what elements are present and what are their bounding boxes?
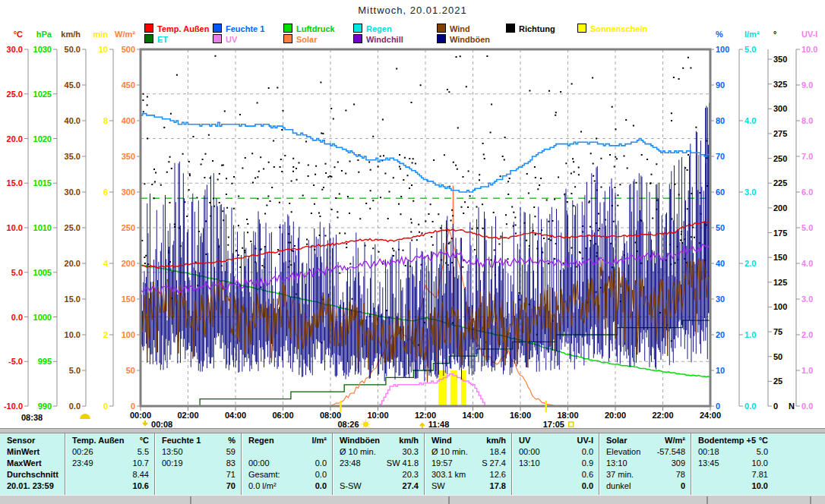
stat-value: 0.9 <box>582 458 593 469</box>
moonset-time-label: 08:38 <box>21 413 43 422</box>
svg-text:25.0: 25.0 <box>65 223 81 232</box>
svg-text:4.0: 4.0 <box>744 116 756 125</box>
svg-text:250: 250 <box>122 223 135 232</box>
svg-text:175: 175 <box>773 228 787 238</box>
svg-text:8.0: 8.0 <box>801 116 813 125</box>
svg-text:990: 990 <box>38 402 52 411</box>
svg-text:1000: 1000 <box>33 313 52 322</box>
weather-app-window: Mittwoch, 20.01.2021 Temp. AußenFeuchte … <box>0 0 825 504</box>
svg-text:-10.0: -10.0 <box>4 402 23 411</box>
svg-text:5.0: 5.0 <box>744 45 756 54</box>
table-row: dunkel0 <box>599 480 691 492</box>
table-column-windb-en: Windböenkm/hØ 10 min.30.323:48SW 41.820.… <box>332 433 424 495</box>
stat-value: 71 <box>226 469 235 480</box>
sensor-name: Feuchte 1 <box>162 435 201 446</box>
table-row: 71 <box>155 469 241 480</box>
stat-value: 5.5 <box>138 446 149 458</box>
svg-text:12:00: 12:00 <box>415 411 436 420</box>
svg-text:8: 8 <box>103 116 108 125</box>
table-column-solar: SolarW/m²Elevation-57.54813:1030937 min.… <box>599 433 691 495</box>
stat-time: 23:49 <box>72 458 93 469</box>
stat-value: 83 <box>226 458 235 469</box>
stat-value: 10.7 <box>133 458 149 469</box>
svg-text:300: 300 <box>122 187 135 197</box>
svg-text:30.0: 30.0 <box>65 187 81 197</box>
svg-text:0.0: 0.0 <box>744 402 756 411</box>
strip-notch <box>706 496 708 504</box>
svg-text:18:00: 18:00 <box>557 411 578 420</box>
table-row: Ø 10 min.18.4 <box>425 446 511 458</box>
svg-text:325: 325 <box>773 80 787 89</box>
axis-unit-solar: W/m² <box>115 30 135 39</box>
axis-unit-hum: % <box>716 30 723 39</box>
strip-notch <box>448 496 450 504</box>
svg-text:450: 450 <box>122 80 135 90</box>
svg-text:50.0: 50.0 <box>65 45 81 54</box>
svg-text:0: 0 <box>103 402 108 411</box>
table-row-label: Sensor <box>0 435 65 446</box>
svg-text:4.0: 4.0 <box>801 259 813 268</box>
axis-unit-pres: hPa <box>36 30 52 39</box>
table-column-uv: UVUV-I00:000.013:100.90.60.0 <box>511 433 599 495</box>
stat-time: Ø 10 min. <box>431 446 468 458</box>
axis-rain: 0.01.02.03.04.05.0l/m² <box>739 30 760 411</box>
table-row: 20.3 <box>333 469 424 480</box>
svg-text:16:00: 16:00 <box>510 411 531 420</box>
svg-text:2: 2 <box>103 330 108 339</box>
axis-wind: 0.05.010.015.020.025.030.035.040.045.050… <box>61 30 86 411</box>
stat-value: 7.81 <box>752 469 768 480</box>
svg-text:04:00: 04:00 <box>225 411 246 420</box>
svg-text:10: 10 <box>716 366 725 375</box>
svg-text:200: 200 <box>773 203 787 213</box>
svg-text:20: 20 <box>716 330 725 339</box>
stat-time: Elevation <box>606 446 640 458</box>
svg-text:-5.0: -5.0 <box>8 357 23 366</box>
table-row: 13:10309 <box>599 458 691 469</box>
sensor-name: Wind <box>431 435 452 446</box>
stat-time: 303.1 km <box>431 469 466 480</box>
svg-text:50: 50 <box>126 366 135 375</box>
status-strip <box>0 495 825 504</box>
svg-text:350: 350 <box>122 152 135 161</box>
stat-time: 13:10 <box>519 458 540 469</box>
sensor-unit: km/h <box>399 435 419 446</box>
table-row: 23:48SW 41.8 <box>333 458 424 469</box>
svg-text:25.0: 25.0 <box>7 90 23 99</box>
svg-text:80: 80 <box>716 116 725 125</box>
table-row: 10.6 <box>65 480 154 492</box>
svg-text:1005: 1005 <box>33 268 52 277</box>
svg-text:22:00: 22:00 <box>652 411 673 420</box>
table-column-header: SolarW/m² <box>599 435 691 446</box>
table-row: 00:000.0 <box>242 458 332 469</box>
stat-value: 0 <box>681 480 685 492</box>
table-column-header: Regenl/m² <box>242 435 332 446</box>
stat-value: 12.6 <box>490 469 506 480</box>
svg-text:20.0: 20.0 <box>7 134 23 143</box>
sensor-name: UV <box>519 435 530 446</box>
table-column-header: UVUV-I <box>512 435 599 446</box>
stat-value: 0.0 <box>315 469 327 480</box>
svg-text:20.0: 20.0 <box>65 259 81 268</box>
table-row: 00:1983 <box>155 458 241 469</box>
arrow-down-icon <box>143 421 147 425</box>
table-row-label: 20.01. 23:59 <box>0 480 65 492</box>
svg-text:20:00: 20:00 <box>605 411 626 420</box>
svg-text:0: 0 <box>131 402 135 411</box>
axis-hum: 0102030405060708090100% <box>710 30 729 411</box>
strip-notch <box>810 496 811 504</box>
table-row: 10.0 <box>691 480 773 492</box>
table-row: 13:5059 <box>155 446 241 458</box>
axis-dir: 0255075100125150175200225250275300325350… <box>768 30 795 411</box>
svg-text:125: 125 <box>773 278 787 287</box>
svg-text:00:00: 00:00 <box>130 411 151 420</box>
svg-text:35.0: 35.0 <box>65 152 81 161</box>
svg-text:6.0: 6.0 <box>801 187 813 197</box>
sensor-name: Solar <box>606 435 627 446</box>
axis-unit-wind: km/h <box>61 30 81 39</box>
stat-value: 10.6 <box>133 480 149 492</box>
svg-text:1030: 1030 <box>33 45 52 54</box>
stat-time: 00:26 <box>72 446 93 458</box>
svg-text:400: 400 <box>122 116 135 125</box>
svg-text:6: 6 <box>103 187 108 197</box>
svg-text:10: 10 <box>99 45 108 54</box>
